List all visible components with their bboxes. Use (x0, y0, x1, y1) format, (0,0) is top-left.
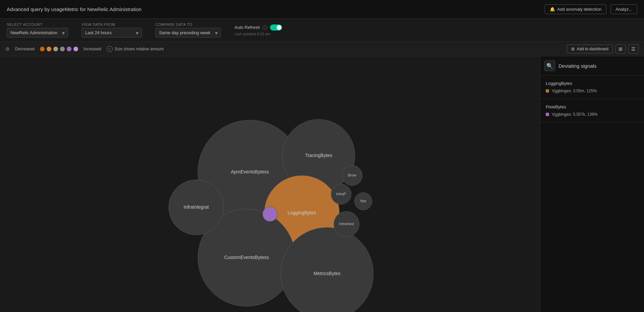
legend-dot (47, 47, 51, 51)
legend-dot (73, 47, 78, 51)
add-to-dashboard-button[interactable]: ⊞ Add to dashboard (567, 45, 613, 53)
search-icon-box[interactable]: 🔍 (544, 60, 555, 71)
view-data-from-wrapper: Last 24 hours (82, 28, 142, 38)
legend-bar: ⚙ Decreased Increased ○ Size shows relat… (0, 42, 644, 56)
main-content: ApmEventsBytessTracingBytesLoggingBytesC… (0, 56, 644, 312)
right-panel-search: 🔍 Deviating signals (540, 56, 644, 75)
legend-dot (67, 47, 71, 51)
signal-item-label: Vggbinges: 5.557k, 138% (552, 112, 598, 117)
right-panel: 🔍 Deviating signals LoggingBytesVggbinge… (540, 56, 644, 312)
deviating-signals-title: Deviating signals (558, 63, 596, 69)
size-label: Size shows relative amount (115, 47, 164, 51)
info-icon[interactable]: i (263, 25, 267, 30)
signal-section-title: PixieBytes (546, 104, 639, 109)
bubble-Net[interactable] (355, 193, 372, 210)
bell-icon: 🔔 (550, 7, 555, 12)
list-view-button[interactable]: ☰ (628, 44, 639, 54)
signal-sections: LoggingBytesVggbinges: 3.55m, 125%PixieB… (540, 75, 644, 122)
page-title: Advanced query by usageMetric for NewRel… (7, 6, 142, 12)
auto-refresh-top: Auto Refresh i (234, 24, 282, 31)
select-account-dropdown[interactable]: NewRelic Administration (7, 28, 68, 38)
grid-view-button[interactable]: ⊞ (615, 44, 626, 54)
controls-row: Select account NewRelic Administration V… (0, 19, 644, 42)
compare-data-to-dropdown[interactable]: Same day preceding week (155, 28, 221, 38)
signal-section: PixieBytesVggbinges: 5.557k, 138% (540, 99, 644, 122)
select-account-wrapper: NewRelic Administration (7, 28, 68, 38)
increased-label: Increased (84, 47, 101, 51)
size-icon: ○ (107, 46, 113, 52)
legend-dot (40, 47, 45, 51)
select-account-label: Select account (7, 22, 68, 27)
signal-item-label: Vggbinges: 3.55m, 125% (552, 89, 597, 93)
signal-section-title: LoggingBytes (546, 81, 639, 86)
legend-dots (40, 47, 78, 51)
auto-refresh-group: Auto Refresh i Last updated 8:18 am (234, 24, 282, 36)
signal-item[interactable]: Vggbinges: 5.557k, 138% (546, 112, 639, 117)
bubble-Vggbinges-small[interactable] (263, 207, 277, 221)
view-data-from-dropdown[interactable]: Last 24 hours (82, 28, 142, 38)
bubble-InfraP[interactable] (331, 184, 351, 204)
compare-data-to-group: Compare data to Same day preceding week (155, 22, 221, 38)
size-indicator: ○ Size shows relative amount (107, 46, 164, 52)
signal-item[interactable]: Vggbinges: 3.55m, 125% (546, 89, 639, 93)
add-anomaly-detection-button[interactable]: 🔔 Add anomaly detection (545, 4, 606, 14)
compare-data-to-wrapper: Same day preceding week (155, 28, 221, 38)
signal-dot (546, 113, 549, 116)
auto-refresh-toggle[interactable] (270, 24, 282, 31)
gear-icon-button[interactable]: ⚙ (5, 46, 10, 52)
dashboard-icon: ⊞ (571, 47, 575, 51)
select-account-group: Select account NewRelic Administration (7, 22, 68, 38)
header: Advanced query by usageMetric for NewRel… (0, 0, 644, 19)
view-data-from-group: View data from Last 24 hours (82, 22, 142, 38)
legend-dot (60, 47, 65, 51)
legend-dot (53, 47, 58, 51)
bubble-InfraHost[interactable] (334, 211, 359, 237)
auto-refresh-label: Auto Refresh (234, 25, 260, 30)
search-icon: 🔍 (546, 63, 553, 69)
legend-right: ⊞ Add to dashboard ⊞ ☰ (567, 44, 639, 54)
compare-data-to-label: Compare data to (155, 22, 221, 27)
header-actions: 🔔 Add anomaly detection Analyz... (545, 4, 637, 14)
bubble-Brow[interactable] (342, 165, 362, 186)
view-data-from-label: View data from (82, 22, 142, 27)
bubble-InfraIntegrat[interactable] (169, 180, 224, 235)
bubble-chart-svg: ApmEventsBytessTracingBytesLoggingBytesC… (0, 56, 540, 312)
analyze-button[interactable]: Analyz... (610, 4, 637, 14)
last-updated: Last updated 8:18 am (234, 32, 282, 36)
decreased-label: Decreased (15, 47, 35, 51)
bubble-chart-area: ApmEventsBytessTracingBytesLoggingBytesC… (0, 56, 540, 312)
signal-dot (546, 89, 549, 93)
legend-left: ⚙ Decreased Increased ○ Size shows relat… (5, 46, 164, 52)
signal-section: LoggingBytesVggbinges: 3.55m, 125% (540, 75, 644, 99)
